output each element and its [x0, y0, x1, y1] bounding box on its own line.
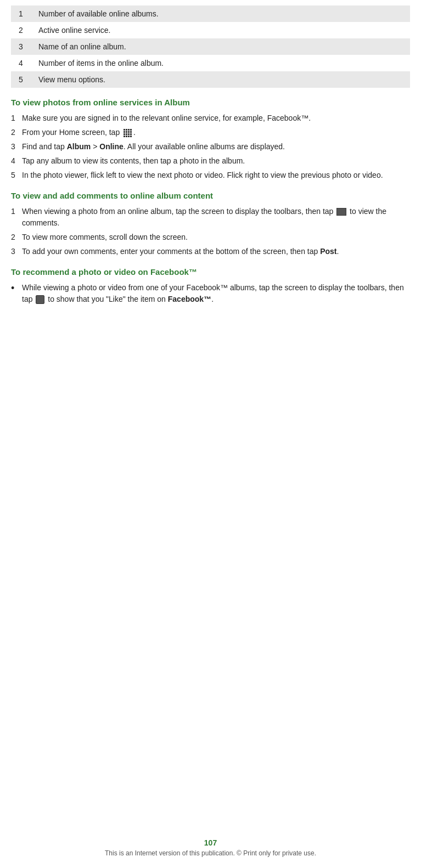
section2-heading: To view and add comments to online album… — [11, 191, 410, 200]
table-cell-num: 2 — [11, 22, 31, 38]
list-item: 3 To add your own comments, enter your c… — [11, 246, 410, 257]
table-cell-num: 5 — [11, 71, 31, 88]
table-cell-text: Active online service. — [31, 22, 410, 38]
copyright-text: This is an Internet version of this publ… — [0, 849, 421, 857]
list-item: 3 Find and tap Album > Online. All your … — [11, 141, 410, 153]
table-cell-num: 3 — [11, 38, 31, 55]
list-item: 4 Tap any album to view its contents, th… — [11, 155, 410, 167]
section1-heading: To view photos from online services in A… — [11, 98, 410, 107]
table-cell-num: 4 — [11, 55, 31, 71]
grid-icon — [124, 129, 132, 137]
section3-heading: To recommend a photo or video on Faceboo… — [11, 267, 410, 277]
section2-list: 1 When viewing a photo from an online al… — [11, 206, 410, 257]
table-cell-num: 1 — [11, 5, 31, 22]
list-item: 1 When viewing a photo from an online al… — [11, 206, 410, 229]
comments-icon — [336, 208, 346, 216]
table-cell-text: View menu options. — [31, 71, 410, 88]
page-number: 107 — [0, 838, 421, 847]
table-cell-text: Name of an online album. — [31, 38, 410, 55]
section3-list: • While viewing a photo or video from on… — [11, 282, 410, 305]
reference-table: 1Number of available online albums.2Acti… — [11, 5, 410, 88]
table-cell-text: Number of items in the online album. — [31, 55, 410, 71]
list-item: 2 To view more comments, scroll down the… — [11, 232, 410, 243]
list-item: • While viewing a photo or video from on… — [11, 282, 410, 305]
list-item: 1 Make sure you are signed in to the rel… — [11, 112, 410, 124]
list-item: 5 In the photo viewer, flick left to vie… — [11, 170, 410, 181]
table-cell-text: Number of available online albums. — [31, 5, 410, 22]
page-footer: 107 This is an Internet version of this … — [0, 838, 421, 857]
like-icon — [36, 295, 44, 304]
list-item: 2 From your Home screen, tap . — [11, 127, 410, 138]
main-content: 1Number of available online albums.2Acti… — [0, 0, 421, 345]
section1-list: 1 Make sure you are signed in to the rel… — [11, 112, 410, 181]
